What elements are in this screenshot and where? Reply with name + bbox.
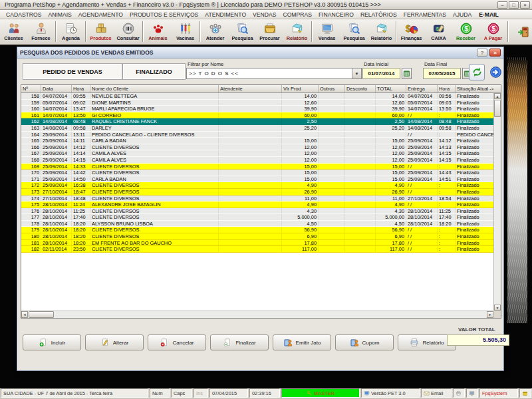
cancelar-button[interactable]: Cancelar [148,334,206,350]
restore-button[interactable]: □ [509,1,519,9]
scroll-down-icon[interactable]: ▼ [494,305,501,311]
table-row[interactable]: 17025/09/201414:42CLIENTE DIVERSOS15,001… [21,170,493,176]
column-header[interactable]: Nº [21,85,41,92]
column-header[interactable]: Outros [319,85,345,92]
table-row[interactable]: 16725/09/201414:14CAMILA ALVES12,0012,00… [21,150,493,157]
menu-email[interactable]: E-MAIL [475,11,501,18]
table-row[interactable]: 17125/09/201414:50CARLA BADAN15,0015,002… [21,176,493,183]
table-cell: 25/09/2014 [406,150,438,156]
table-row[interactable]: 16825/09/201414:15CAMILA ALVES12,0012,00… [21,157,493,164]
column-header[interactable]: Nome do Cliente [90,85,219,92]
table-row[interactable]: 16625/09/201414:12CLIENTE DIVERSOS12,001… [21,144,493,151]
date-start-calendar-button[interactable] [402,68,412,79]
column-header[interactable]: Data [41,85,72,92]
status-printer[interactable] [453,388,465,398]
emitir-jato-button[interactable]: Emitir Jato [273,334,331,350]
toolbar-vendas-button[interactable]: Vendas [313,20,340,43]
menu-item[interactable]: FERRAMENTAS [400,11,450,18]
table-row[interactable]: 16214/08/201408:48RAQUEL CRISTIANE FANCK… [21,118,493,125]
column-header[interactable]: Hora [72,85,90,92]
menu-item[interactable]: AJUDA [450,11,475,18]
menu-item[interactable]: CADASTROS [3,11,45,18]
close-button[interactable]: × [520,1,530,9]
vertical-scroll-thumb[interactable] [494,100,501,117]
toolbar-produtos-button[interactable]: Produtos [87,20,114,43]
toolbar-pesquisa-atendimento-button[interactable]: Pesquisa [229,20,256,43]
minimize-button[interactable]: – [497,1,507,9]
menu-item[interactable]: RELATÓRIOS [357,11,400,18]
table-row[interactable]: 16314/08/201409:58DARLEY25,2025,2014/08/… [21,125,493,132]
column-header[interactable]: Entrega [406,85,438,92]
column-header[interactable]: Desconto [345,85,376,92]
menu-item[interactable]: COMPRAS [279,11,315,18]
chevron-down-icon[interactable]: ▼ [352,68,361,78]
filter-name-select[interactable]: >> T O D O S << ▼ [186,68,362,79]
go-button[interactable] [487,64,503,80]
incluir-button[interactable]: Incluir [23,334,81,350]
table-row[interactable]: 17828/10/201418:20ALYSSON BRUNO LISBOA4,… [21,221,493,227]
date-start-field[interactable]: 01/07/2014 [362,68,400,79]
toolbar-animais-button[interactable]: Animais [144,20,172,43]
close-button[interactable]: × [489,49,501,57]
status-monitor[interactable] [466,388,478,398]
table-row[interactable]: 17327/10/201418:47CLIENTE DIVERSOS26,902… [21,189,493,196]
table-row[interactable]: 17928/10/201418:20CLIENTE DIVERSOS56,905… [21,227,493,233]
scroll-right-icon[interactable]: ► [487,311,493,318]
table-row[interactable]: 16114/07/201413:50GI CORREIO60,0060,00/ … [21,112,493,119]
toolbar-relatorio-vendas-button[interactable]: Relatório [368,20,395,43]
table-row[interactable]: 17427/10/201418:48CLIENTE DIVERSOS11,001… [21,196,493,202]
toolbar-procurar-button[interactable]: Procurar [256,20,283,43]
toolbar-clientes-button[interactable]: Clientes [0,20,27,43]
menu-item[interactable]: VENDAS [249,11,279,18]
toolbar-vacinas-button[interactable]: Vacinas [172,20,199,43]
horizontal-scrollbar[interactable]: ◄ ► [21,311,493,318]
toolbar-relatorio-atendimento-button[interactable]: Relatório [283,20,311,43]
menu-item[interactable]: FINANCEIRO [315,11,357,18]
table-row[interactable]: 16014/07/201413:47MARLI APARECIDA BRUGE3… [21,106,493,112]
toolbar-atender-button[interactable]: Atender [201,20,229,43]
alterar-button[interactable]: Alterar [85,334,144,350]
toolbar-financas-button[interactable]: $Finanças [398,20,425,43]
menu-item[interactable]: ANIMAIS [45,11,74,18]
toolbar-agenda-button[interactable]: Agenda [57,20,84,43]
table-row[interactable]: 17728/10/201417:40CLIENTE DIVERSOS5.000,… [21,214,493,221]
table-row[interactable]: 15905/07/201409:02DIONE MARTINS12,6012,6… [21,100,493,106]
column-header[interactable]: Situação Atual -> [456,85,493,92]
menu-item[interactable]: AGENDAMENTO [75,11,126,18]
column-header[interactable]: Hora [438,85,456,92]
table-row[interactable]: 16525/09/201414:11CARLA BADAN15,0015,002… [21,138,493,144]
cupom-button[interactable]: Cupom [335,334,394,350]
scroll-up-icon[interactable]: ▲ [494,93,501,99]
help-button[interactable]: ? [477,49,487,57]
toolbar-a-pagar-button[interactable]: $A Pagar [479,20,507,43]
table-row[interactable]: 16425/09/201413:11PEDIDO CANCELADO - CLI… [21,132,493,138]
horizontal-scroll-thumb[interactable] [29,311,54,318]
finalizar-button[interactable]: Finalizar [210,334,269,350]
table-row[interactable]: 17528/10/201411:24ALEXANDRE JOSE BATAGLI… [21,201,493,208]
vertical-scrollbar[interactable]: ▲ ▼ [493,93,501,311]
table-row[interactable]: 18128/10/201418:20EM FRENTE AO BAR DO GA… [21,240,493,247]
table-row[interactable]: 17628/10/201411:25CLIENTE DIVERSOS4,304,… [21,208,493,215]
menu-item[interactable]: PRODUTOS E SERVIÇOS [126,11,201,18]
column-header[interactable]: TOTAL [376,85,406,92]
toolbar-consultar-button[interactable]: Consultar [114,20,142,43]
status-email[interactable]: Email [421,388,452,398]
menu-item[interactable]: ATENDIMENTO [201,11,249,18]
table-row[interactable]: 16925/09/201414:33CLIENTE DIVERSOS15,001… [21,164,493,170]
toolbar-sair-button[interactable] [509,20,532,43]
table-row[interactable]: 15804/07/201409:55NEVILDE BETTEGA14,0014… [21,93,493,100]
table-row[interactable]: 17225/09/201416:38CLIENTE DIVERSOS4,904,… [21,182,493,189]
table-row[interactable]: 18028/10/201418:20CLIENTE DIVERSOS6,906,… [21,233,493,240]
refresh-button[interactable] [469,64,485,80]
table-cell: 4,90 [282,182,319,188]
column-header[interactable]: Atendente [219,85,282,92]
toolbar-receber-button[interactable]: $Receber [452,20,479,43]
column-header[interactable]: Vlr Prod [282,85,319,92]
toolbar-caixa-button[interactable]: $CAIXA [425,20,452,43]
table-row[interactable]: 18202/11/201423:50CLIENTE DIVERSOS117,00… [21,246,493,253]
date-end-field[interactable]: 07/05/2015 [423,68,461,79]
toolbar-pesquisa-vendas-button[interactable]: Pesquisa [340,20,368,43]
scroll-left-icon[interactable]: ◄ [21,311,28,318]
toolbar-fornecedores-button[interactable]: Fornece [27,20,55,43]
status-misc[interactable] [519,388,531,398]
